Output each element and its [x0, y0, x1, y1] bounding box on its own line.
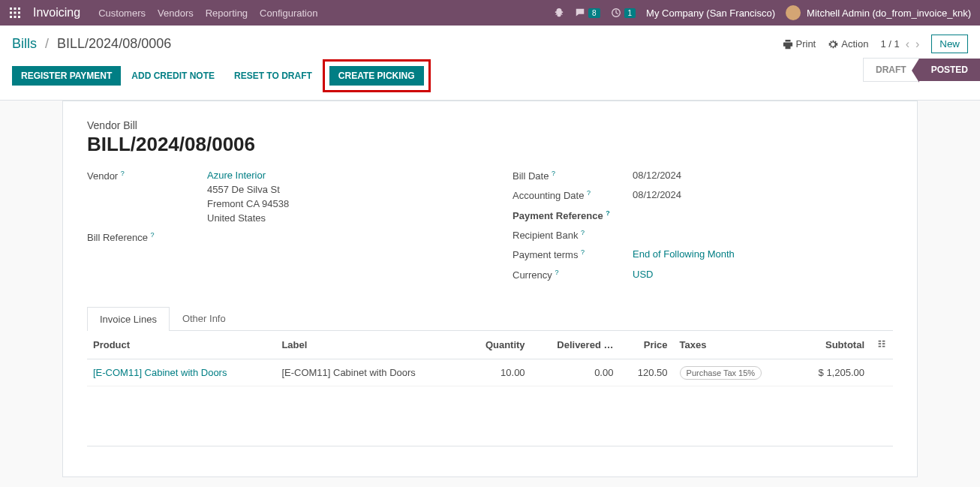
reset-to-draft-button[interactable]: RESET TO DRAFT	[225, 66, 321, 86]
pager-next[interactable]: ›	[915, 38, 919, 51]
chat-badge: 8	[588, 8, 600, 18]
help-icon[interactable]: ?	[555, 269, 558, 276]
table-row[interactable]: [E-COM11] Cabinet with Doors [E-COM11] C…	[87, 359, 893, 386]
pager-count: 1 / 1	[880, 38, 899, 50]
invoice-lines-table: Product Label Quantity Delivered … Price…	[87, 331, 893, 446]
add-credit-note-button[interactable]: ADD CREDIT NOTE	[122, 66, 224, 86]
gear-icon	[828, 39, 838, 50]
billdate-value: 08/12/2024	[633, 170, 893, 182]
col-delivered: Delivered …	[531, 331, 620, 359]
currency-link[interactable]: USD	[633, 269, 653, 280]
status-posted[interactable]: POSTED	[919, 59, 980, 81]
currency-label: Currency ?	[513, 269, 633, 281]
sheet-title: BILL/2024/08/0006	[87, 133, 893, 156]
payref-label: Payment Reference ?	[513, 209, 633, 221]
svg-rect-3	[10, 12, 12, 14]
help-icon[interactable]: ?	[587, 189, 591, 197]
col-subtotal: Subtotal	[795, 331, 870, 359]
line-delivered: 0.00	[531, 359, 620, 386]
svg-rect-7	[14, 16, 17, 18]
apps-icon[interactable]	[9, 7, 21, 19]
help-icon[interactable]: ?	[606, 209, 610, 217]
col-taxes: Taxes	[674, 331, 795, 359]
billref-label: Bill Reference ?	[87, 231, 207, 243]
col-label: Label	[275, 331, 464, 359]
column-settings-icon[interactable]	[870, 331, 893, 359]
sheet-subtitle: Vendor Bill	[87, 119, 893, 131]
tax-tag: Purchase Tax 15%	[680, 366, 762, 380]
register-payment-button[interactable]: REGISTER PAYMENT	[12, 66, 121, 86]
line-label: [E-COM11] Cabinet with Doors	[275, 359, 464, 386]
avatar-icon	[786, 5, 801, 20]
terms-link[interactable]: End of Following Month	[633, 248, 735, 260]
svg-rect-5	[18, 12, 20, 14]
user-name: Mitchell Admin (do_from_invoice_knk)	[807, 8, 971, 19]
nav-reporting[interactable]: Reporting	[206, 8, 248, 19]
svg-rect-4	[14, 12, 17, 14]
company-selector[interactable]: My Company (San Francisco)	[646, 8, 775, 19]
product-link[interactable]: [E-COM11] Cabinet with Doors	[93, 367, 227, 378]
svg-rect-8	[18, 16, 20, 18]
nav-customers[interactable]: Customers	[98, 8, 146, 19]
control-panel: Bills / BILL/2024/08/0006 Print Action 1…	[0, 26, 980, 101]
breadcrumb: Bills / BILL/2024/08/0006	[12, 36, 171, 52]
vendor-label: Vendor ?	[87, 170, 207, 224]
col-product: Product	[87, 331, 275, 359]
col-price: Price	[619, 331, 673, 359]
tabs: Invoice Lines Other Info	[87, 306, 893, 331]
svg-rect-2	[18, 8, 20, 10]
vendor-link[interactable]: Azure Interior	[207, 170, 266, 181]
svg-rect-1	[14, 8, 17, 10]
printer-icon	[783, 39, 793, 50]
user-menu[interactable]: Mitchell Admin (do_from_invoice_knk)	[786, 5, 971, 20]
tab-other-info[interactable]: Other Info	[170, 306, 239, 330]
line-qty: 10.00	[464, 359, 531, 386]
table-spacer	[87, 386, 893, 446]
billdate-label: Bill Date ?	[513, 170, 633, 182]
print-button[interactable]: Print	[783, 38, 816, 50]
nav-vendors[interactable]: Vendors	[158, 8, 194, 19]
form-col-right: Bill Date ? 08/12/2024 Accounting Date ?…	[513, 170, 893, 288]
help-icon[interactable]: ?	[581, 229, 585, 236]
breadcrumb-current: BILL/2024/08/0006	[57, 36, 171, 51]
action-button[interactable]: Action	[828, 38, 868, 50]
new-button[interactable]: New	[931, 35, 968, 53]
tab-invoice-lines[interactable]: Invoice Lines	[87, 307, 170, 331]
form-sheet: Vendor Bill BILL/2024/08/0006 Vendor ? A…	[62, 101, 918, 477]
chat-icon[interactable]: 8	[575, 8, 600, 18]
help-icon[interactable]: ?	[151, 231, 155, 239]
clock-icon[interactable]: 1	[611, 8, 636, 18]
col-qty: Quantity	[464, 331, 531, 359]
help-icon[interactable]: ?	[581, 248, 585, 256]
svg-rect-0	[10, 8, 12, 10]
acctdate-value: 08/12/2024	[633, 189, 893, 201]
terms-label: Payment terms ?	[513, 248, 633, 260]
acctdate-label: Accounting Date ?	[513, 189, 633, 201]
vendor-value: Azure Interior 4557 De Silva St Fremont …	[207, 170, 467, 224]
top-nav: Invoicing Customers Vendors Reporting Co…	[0, 0, 980, 26]
help-icon[interactable]: ?	[552, 170, 555, 177]
status-draft[interactable]: DRAFT	[863, 58, 919, 82]
highlight-annotation: CREATE PICKING	[323, 59, 431, 92]
breadcrumb-root[interactable]: Bills	[12, 36, 37, 51]
pager-prev[interactable]: ‹	[906, 38, 909, 51]
clock-badge: 1	[624, 8, 636, 18]
app-name[interactable]: Invoicing	[33, 6, 80, 20]
status-bar: DRAFT POSTED	[863, 58, 980, 82]
svg-rect-6	[10, 16, 12, 18]
pager: 1 / 1 ‹ ›	[880, 38, 919, 51]
line-subtotal: $ 1,205.00	[795, 359, 870, 386]
bug-icon[interactable]	[554, 8, 564, 18]
recbank-label: Recipient Bank ?	[513, 229, 633, 241]
nav-configuration[interactable]: Configuration	[260, 8, 317, 19]
line-price: 120.50	[619, 359, 673, 386]
create-picking-button[interactable]: CREATE PICKING	[329, 66, 424, 86]
help-icon[interactable]: ?	[121, 170, 125, 177]
form-col-left: Vendor ? Azure Interior 4557 De Silva St…	[87, 170, 467, 288]
